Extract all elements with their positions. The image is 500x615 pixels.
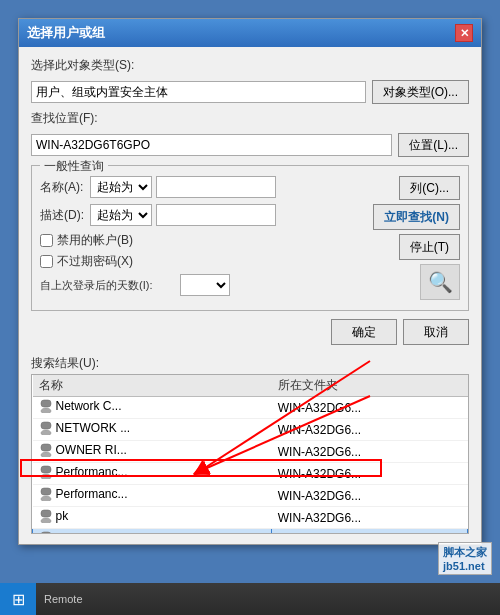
svg-point-3 <box>41 430 51 435</box>
svg-rect-0 <box>41 400 51 407</box>
result-name-cell: Network C... <box>33 397 272 419</box>
user-icon <box>39 531 53 534</box>
watermark-url: jb51.net <box>443 560 485 572</box>
watermark-text: 脚本之家 <box>443 546 487 558</box>
name-input[interactable] <box>156 176 276 198</box>
location-input[interactable] <box>31 134 392 156</box>
disabled-accounts-label: 禁用的帐户(B) <box>57 232 133 249</box>
desc-label: 描述(D): <box>40 207 90 224</box>
days-select[interactable] <box>180 274 230 296</box>
close-button[interactable]: ✕ <box>455 24 473 42</box>
dialog-body: 选择此对象类型(S): 对象类型(O)... 查找位置(F): 位置(L)...… <box>19 47 481 544</box>
result-folder-cell: WIN-A32DG6... <box>272 397 468 419</box>
svg-rect-4 <box>41 444 51 451</box>
search-now-button[interactable]: 立即查找(N) <box>373 204 460 230</box>
svg-point-1 <box>41 408 51 413</box>
table-row[interactable]: NETWORK ...WIN-A32DG6... <box>33 419 468 441</box>
object-type-row: 选择此对象类型(S): <box>31 57 469 74</box>
dialog-title: 选择用户或组 <box>27 24 105 42</box>
result-name-cell: pkaust8 <box>33 529 272 535</box>
col-folder-header: 所在文件夹 <box>272 375 468 397</box>
results-label: 搜索结果(U): <box>31 355 469 372</box>
svg-rect-12 <box>41 532 51 534</box>
location-label: 查找位置(F): <box>31 110 121 127</box>
table-row[interactable]: Performanc...WIN-A32DG6... <box>33 485 468 507</box>
group-inner: 名称(A): 起始为 描述(D): 起始为 <box>40 176 460 302</box>
user-icon <box>39 509 53 523</box>
desc-field-row: 描述(D): 起始为 <box>40 204 373 226</box>
result-folder-cell: WIN-A32DG6... <box>272 507 468 529</box>
groupbox-title: 一般性查询 <box>40 158 108 175</box>
user-icon <box>39 421 53 435</box>
result-name-cell: Performanc... <box>33 485 272 507</box>
location-label-row: 查找位置(F): <box>31 110 469 127</box>
result-name-cell: pk <box>33 507 272 529</box>
user-icon <box>39 443 53 457</box>
desc-select-wrap: 起始为 <box>90 204 276 226</box>
object-type-input-row: 对象类型(O)... <box>31 80 469 104</box>
no-expire-password-checkbox[interactable] <box>40 255 53 268</box>
svg-point-11 <box>41 518 51 523</box>
days-field-row: 自上次登录后的天数(I): <box>40 274 373 296</box>
no-expire-password-label: 不过期密码(X) <box>57 253 133 270</box>
search-icon: 🔍 <box>420 264 460 300</box>
result-folder-cell: WIN-A32DG6... <box>272 463 468 485</box>
table-row[interactable]: OWNER RI...WIN-A32DG6... <box>33 441 468 463</box>
name-field-row: 名称(A): 起始为 <box>40 176 373 198</box>
results-table[interactable]: 名称 所在文件夹 Network C...WIN-A32DG6... NETWO… <box>31 374 469 534</box>
result-name-cell: Performanc... <box>33 463 272 485</box>
group-left: 名称(A): 起始为 描述(D): 起始为 <box>40 176 373 302</box>
list-columns-button[interactable]: 列(C)... <box>399 176 460 200</box>
name-select[interactable]: 起始为 <box>90 176 152 198</box>
svg-point-9 <box>41 496 51 501</box>
dialog-titlebar: 选择用户或组 ✕ <box>19 19 481 47</box>
disabled-accounts-row: 禁用的帐户(B) <box>40 232 373 249</box>
stop-button[interactable]: 停止(T) <box>399 234 460 260</box>
watermark: 脚本之家 jb51.net <box>438 542 492 575</box>
svg-rect-8 <box>41 488 51 495</box>
result-folder-cell: WIN-A32DG6... <box>272 485 468 507</box>
svg-point-7 <box>41 474 51 479</box>
user-icon <box>39 465 53 479</box>
user-icon <box>39 399 53 413</box>
desc-input[interactable] <box>156 204 276 226</box>
result-folder-cell: WIN-A32DG6... <box>272 529 468 535</box>
taskbar-label: Remote <box>36 593 91 605</box>
table-row[interactable]: Network C...WIN-A32DG6... <box>33 397 468 419</box>
bottom-buttons-row: 确定 取消 <box>31 319 469 349</box>
svg-rect-2 <box>41 422 51 429</box>
table-row[interactable]: pkWIN-A32DG6... <box>33 507 468 529</box>
result-name-cell: OWNER RI... <box>33 441 272 463</box>
ok-button[interactable]: 确定 <box>331 319 397 345</box>
result-folder-cell: WIN-A32DG6... <box>272 419 468 441</box>
object-type-label: 选择此对象类型(S): <box>31 57 134 74</box>
disabled-accounts-checkbox[interactable] <box>40 234 53 247</box>
result-name-cell: NETWORK ... <box>33 419 272 441</box>
results-data-table: 名称 所在文件夹 Network C...WIN-A32DG6... NETWO… <box>32 375 468 534</box>
general-query-groupbox: 一般性查询 名称(A): 起始为 描 <box>31 165 469 311</box>
object-type-input[interactable] <box>31 81 366 103</box>
table-row[interactable]: Performanc...WIN-A32DG6... <box>33 463 468 485</box>
desc-select[interactable]: 起始为 <box>90 204 152 226</box>
location-input-row: 位置(L)... <box>31 133 469 157</box>
location-button[interactable]: 位置(L)... <box>398 133 469 157</box>
name-label: 名称(A): <box>40 179 90 196</box>
taskbar: ⊞ Remote <box>0 583 500 615</box>
svg-rect-10 <box>41 510 51 517</box>
cancel-button[interactable]: 取消 <box>403 319 469 345</box>
svg-rect-6 <box>41 466 51 473</box>
svg-point-5 <box>41 452 51 457</box>
name-select-wrap: 起始为 <box>90 176 276 198</box>
object-type-button[interactable]: 对象类型(O)... <box>372 80 469 104</box>
col-name-header: 名称 <box>33 375 272 397</box>
no-expire-password-row: 不过期密码(X) <box>40 253 373 270</box>
days-label: 自上次登录后的天数(I): <box>40 278 180 293</box>
result-folder-cell: WIN-A32DG6... <box>272 441 468 463</box>
select-user-dialog: 选择用户或组 ✕ 选择此对象类型(S): 对象类型(O)... 查找位置(F):… <box>18 18 482 545</box>
start-button[interactable]: ⊞ <box>0 583 36 615</box>
user-icon <box>39 487 53 501</box>
group-right: 列(C)... 立即查找(N) 停止(T) 🔍 <box>373 176 460 302</box>
table-row[interactable]: pkaust8WIN-A32DG6... <box>33 529 468 535</box>
